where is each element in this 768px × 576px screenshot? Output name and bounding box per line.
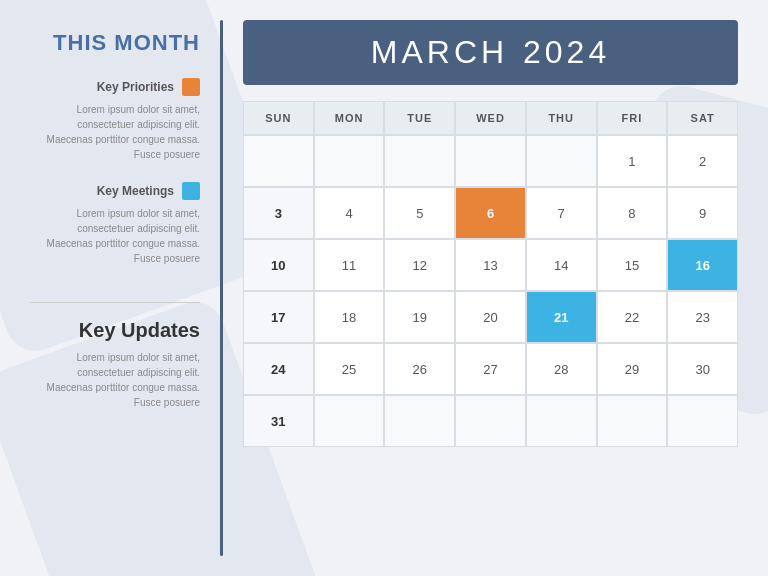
calendar-title: MARCH 2024 — [263, 34, 718, 71]
updates-text: Lorem ipsum dolor sit amet, consectetuer… — [30, 350, 200, 410]
cal-cell-26: 26 — [384, 343, 455, 395]
calendar-header-row: SUN MON TUE WED THU FRI SAT — [243, 101, 738, 135]
day-header-wed: WED — [455, 101, 526, 135]
cal-cell-17: 17 — [243, 291, 314, 343]
cal-cell-20: 20 — [455, 291, 526, 343]
cal-cell-6-orange: 6 — [455, 187, 526, 239]
cal-cell-24: 24 — [243, 343, 314, 395]
cal-cell-8: 8 — [597, 187, 668, 239]
day-header-tue: TUE — [384, 101, 455, 135]
cal-cell — [526, 135, 597, 187]
cal-cell — [597, 395, 668, 447]
page-container: THIS MONTH Key Priorities Lorem ipsum do… — [0, 0, 768, 576]
cal-cell-21-blue: 21 — [526, 291, 597, 343]
priorities-color-box — [182, 78, 200, 96]
cal-cell-27: 27 — [455, 343, 526, 395]
week-row-4: 17 18 19 20 21 22 23 — [243, 291, 738, 343]
cal-cell-2: 2 — [667, 135, 738, 187]
week-row-3: 10 11 12 13 14 15 16 — [243, 239, 738, 291]
day-header-sat: SAT — [667, 101, 738, 135]
week-row-1: 1 2 — [243, 135, 738, 187]
day-header-fri: FRI — [597, 101, 668, 135]
cal-cell-9: 9 — [667, 187, 738, 239]
cal-cell — [384, 395, 455, 447]
cal-cell-16-blue: 16 — [667, 239, 738, 291]
sidebar-title: THIS MONTH — [30, 30, 200, 56]
cal-cell — [243, 135, 314, 187]
cal-cell-12: 12 — [384, 239, 455, 291]
cal-cell — [455, 395, 526, 447]
cal-cell — [384, 135, 455, 187]
cal-cell-29: 29 — [597, 343, 668, 395]
cal-cell-4: 4 — [314, 187, 385, 239]
calendar-section: MARCH 2024 SUN MON TUE WED THU FRI SAT — [223, 0, 768, 576]
meetings-header: Key Meetings — [30, 182, 200, 200]
day-header-thu: THU — [526, 101, 597, 135]
cal-cell — [314, 395, 385, 447]
cal-cell-18: 18 — [314, 291, 385, 343]
week-row-6: 31 — [243, 395, 738, 447]
cal-cell-10: 10 — [243, 239, 314, 291]
cal-cell-3: 3 — [243, 187, 314, 239]
meetings-text: Lorem ipsum dolor sit amet, consectetuer… — [30, 206, 200, 266]
calendar-year: 2024 — [523, 34, 610, 70]
priorities-section: Key Priorities Lorem ipsum dolor sit ame… — [30, 78, 200, 162]
cal-cell-11: 11 — [314, 239, 385, 291]
cal-cell-28: 28 — [526, 343, 597, 395]
sidebar: THIS MONTH Key Priorities Lorem ipsum do… — [0, 0, 220, 576]
calendar-month: MARCH — [371, 34, 508, 70]
week-row-5: 24 25 26 27 28 29 30 — [243, 343, 738, 395]
day-header-mon: MON — [314, 101, 385, 135]
cal-cell-1: 1 — [597, 135, 668, 187]
cal-cell-15: 15 — [597, 239, 668, 291]
cal-cell-19: 19 — [384, 291, 455, 343]
priorities-label: Key Priorities — [97, 80, 174, 94]
cal-cell-22: 22 — [597, 291, 668, 343]
meetings-color-box — [182, 182, 200, 200]
cal-cell-5: 5 — [384, 187, 455, 239]
updates-title: Key Updates — [30, 319, 200, 342]
calendar-header: MARCH 2024 — [243, 20, 738, 85]
cal-cell-13: 13 — [455, 239, 526, 291]
meetings-section: Key Meetings Lorem ipsum dolor sit amet,… — [30, 182, 200, 266]
cal-cell-14: 14 — [526, 239, 597, 291]
cal-cell-31: 31 — [243, 395, 314, 447]
cal-cell — [314, 135, 385, 187]
week-row-2: 3 4 5 6 7 8 9 — [243, 187, 738, 239]
updates-section: Key Updates Lorem ipsum dolor sit amet, … — [30, 319, 200, 410]
cal-cell — [667, 395, 738, 447]
day-header-sun: SUN — [243, 101, 314, 135]
meetings-label: Key Meetings — [97, 184, 174, 198]
calendar-grid: SUN MON TUE WED THU FRI SAT 1 2 3 — [243, 101, 738, 556]
priorities-text: Lorem ipsum dolor sit amet, consectetuer… — [30, 102, 200, 162]
cal-cell-30: 30 — [667, 343, 738, 395]
priorities-header: Key Priorities — [30, 78, 200, 96]
cal-cell-25: 25 — [314, 343, 385, 395]
cal-cell — [455, 135, 526, 187]
sidebar-divider — [30, 302, 200, 303]
cal-cell-23: 23 — [667, 291, 738, 343]
cal-cell — [526, 395, 597, 447]
cal-cell-7: 7 — [526, 187, 597, 239]
